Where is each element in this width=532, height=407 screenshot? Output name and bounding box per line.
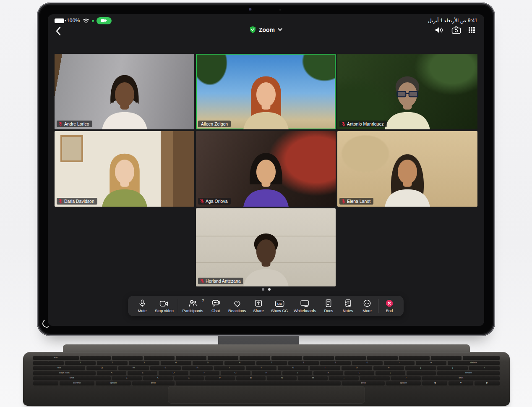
key-w[interactable]: W bbox=[118, 366, 149, 370]
key-o[interactable]: O bbox=[342, 366, 372, 370]
share-button[interactable]: Share bbox=[250, 299, 267, 313]
key-c[interactable]: C bbox=[174, 376, 204, 380]
key-.[interactable]: . bbox=[360, 376, 390, 380]
key-e[interactable]: E bbox=[150, 366, 181, 370]
reactions-button[interactable]: Reactions bbox=[227, 299, 248, 313]
key-control[interactable]: control bbox=[60, 381, 94, 385]
key-delete[interactable]: delete bbox=[448, 361, 500, 365]
end-button[interactable]: End bbox=[381, 299, 398, 313]
key-k[interactable]: K bbox=[313, 371, 343, 375]
key-blank[interactable] bbox=[176, 381, 341, 385]
switch-camera-button[interactable] bbox=[451, 26, 461, 34]
key-blank[interactable] bbox=[208, 356, 238, 360]
key-m[interactable]: M bbox=[298, 376, 328, 380]
key-j[interactable]: J bbox=[282, 371, 312, 375]
participant-tile[interactable]: Antonio Manriquez bbox=[337, 54, 477, 129]
notes-button[interactable]: Notes bbox=[339, 299, 356, 313]
key-t[interactable]: T bbox=[214, 366, 245, 370]
key-a[interactable]: A bbox=[97, 371, 127, 375]
key-option[interactable]: option bbox=[96, 381, 130, 385]
key-,[interactable]: , bbox=[329, 376, 359, 380]
key-=[interactable]: = bbox=[416, 361, 446, 365]
key-◀[interactable]: ◀ bbox=[422, 381, 447, 385]
key-blank[interactable] bbox=[303, 356, 334, 360]
key-i[interactable]: I bbox=[310, 366, 340, 370]
page-dot-1[interactable] bbox=[268, 288, 271, 291]
key-blank[interactable] bbox=[335, 356, 366, 360]
key-3[interactable]: 3 bbox=[129, 361, 159, 365]
key-p[interactable]: P bbox=[373, 366, 404, 370]
key-blank[interactable] bbox=[271, 356, 302, 360]
key-blank[interactable] bbox=[399, 356, 430, 360]
key-g[interactable]: G bbox=[221, 371, 250, 375]
key-cmd[interactable]: cmd bbox=[342, 381, 384, 385]
key-y[interactable]: Y bbox=[246, 366, 276, 370]
key-blank[interactable] bbox=[144, 356, 175, 360]
chat-button[interactable]: Chat bbox=[207, 299, 224, 313]
key-7[interactable]: 7 bbox=[256, 361, 287, 365]
key-▼[interactable]: ▼ bbox=[449, 381, 474, 385]
key-return[interactable]: return bbox=[437, 371, 500, 375]
participant-tile[interactable]: Aga Orlova bbox=[196, 131, 336, 207]
whiteboards-button[interactable]: Whiteboards bbox=[292, 299, 318, 313]
key-8[interactable]: 8 bbox=[288, 361, 319, 365]
key-d[interactable]: D bbox=[159, 371, 188, 375]
key-9[interactable]: 9 bbox=[320, 361, 351, 365]
key--[interactable]: - bbox=[384, 361, 415, 365]
key-u[interactable]: U bbox=[278, 366, 308, 370]
back-button[interactable] bbox=[55, 26, 66, 37]
key-tab[interactable]: tab bbox=[33, 366, 85, 370]
key-[[interactable]: [ bbox=[405, 366, 436, 370]
key-r[interactable]: R bbox=[182, 366, 213, 370]
key-blank[interactable] bbox=[463, 356, 500, 360]
show-cc-button[interactable]: CC Show CC bbox=[269, 299, 289, 313]
key-\[interactable]: \ bbox=[469, 366, 500, 370]
page-dot-0[interactable] bbox=[262, 288, 264, 291]
key-blank[interactable] bbox=[240, 356, 270, 360]
key-'[interactable]: ' bbox=[407, 371, 436, 375]
key-▶[interactable]: ▶ bbox=[475, 381, 500, 385]
participant-tile[interactable]: Aileen Zeigen bbox=[196, 54, 336, 129]
key-blank[interactable] bbox=[367, 356, 398, 360]
key-blank[interactable] bbox=[80, 356, 111, 360]
key-s[interactable]: S bbox=[128, 371, 157, 375]
key-blank[interactable] bbox=[431, 356, 462, 360]
key-q[interactable]: Q bbox=[86, 366, 117, 370]
key-0[interactable]: 0 bbox=[352, 361, 383, 365]
key-blank[interactable] bbox=[176, 356, 206, 360]
mute-button[interactable]: Mute bbox=[134, 299, 151, 313]
participants-button[interactable]: 7 Participants bbox=[181, 299, 205, 313]
participant-tile[interactable]: Darla Davidson bbox=[55, 131, 194, 207]
gallery-grid-button[interactable] bbox=[469, 27, 475, 33]
meeting-title[interactable]: Zoom bbox=[250, 26, 282, 33]
key-blank[interactable] bbox=[33, 381, 58, 385]
key-b[interactable]: B bbox=[236, 376, 266, 380]
more-button[interactable]: More bbox=[359, 299, 376, 313]
key-][interactable]: ] bbox=[437, 366, 468, 370]
key-option[interactable]: option bbox=[386, 381, 421, 385]
speaker-button[interactable] bbox=[435, 26, 444, 34]
key-`[interactable]: ` bbox=[33, 361, 64, 365]
key-n[interactable]: N bbox=[267, 376, 297, 380]
key-blank[interactable] bbox=[112, 356, 143, 360]
participant-tile[interactable]: Elena Lanot bbox=[337, 131, 477, 207]
key-/[interactable]: / bbox=[391, 376, 421, 380]
key-shift[interactable]: shift bbox=[422, 376, 500, 380]
key-4[interactable]: 4 bbox=[161, 361, 191, 365]
stop-video-button[interactable]: Stop video bbox=[153, 299, 175, 313]
trackpad[interactable] bbox=[168, 386, 365, 404]
participant-tile[interactable]: Andre Lorico bbox=[55, 54, 194, 129]
key-shift[interactable]: shift bbox=[33, 376, 111, 380]
camera-in-use-indicator[interactable] bbox=[96, 17, 112, 24]
key-z[interactable]: Z bbox=[112, 376, 142, 380]
key-x[interactable]: X bbox=[143, 376, 173, 380]
key-caps-lock[interactable]: caps lock bbox=[33, 371, 96, 375]
key-h[interactable]: H bbox=[252, 371, 282, 375]
key-cmd[interactable]: cmd bbox=[132, 381, 175, 385]
key-f[interactable]: F bbox=[190, 371, 219, 375]
key-2[interactable]: 2 bbox=[97, 361, 128, 365]
key-v[interactable]: V bbox=[205, 376, 235, 380]
key-esc[interactable]: esc bbox=[33, 356, 79, 360]
key-6[interactable]: 6 bbox=[224, 361, 255, 365]
key-5[interactable]: 5 bbox=[193, 361, 223, 365]
